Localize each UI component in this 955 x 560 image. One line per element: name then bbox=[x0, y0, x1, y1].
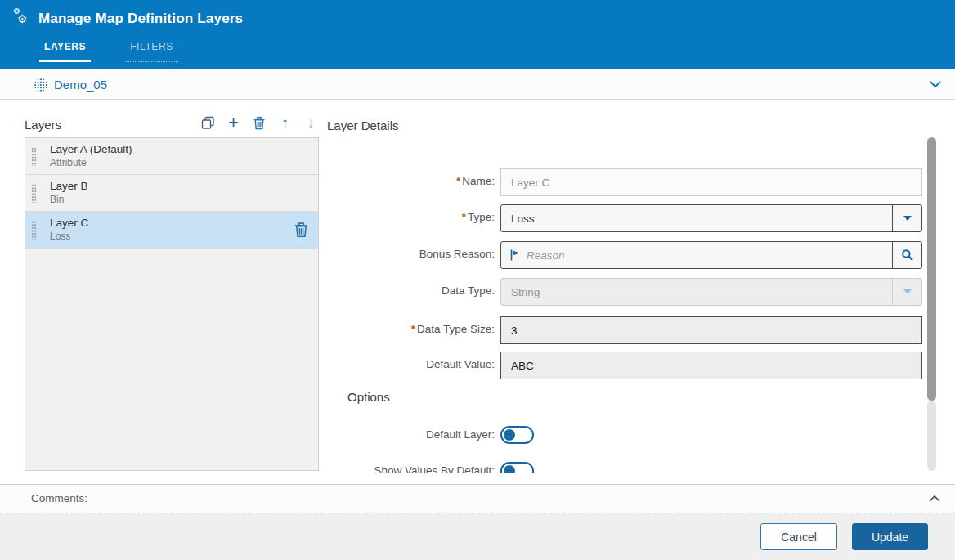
layers-toolbar: + ↑ ↓ bbox=[198, 113, 321, 132]
layer-name: Layer C bbox=[50, 217, 310, 229]
layers-panel-title: Layers bbox=[25, 118, 61, 132]
move-layer-up-button[interactable]: ↑ bbox=[276, 113, 295, 132]
search-icon bbox=[901, 249, 914, 262]
layer-details-form: *Name: *Type: Loss Bonus Reason: bbox=[324, 100, 926, 473]
cancel-button[interactable]: Cancel bbox=[760, 523, 837, 550]
trash-icon bbox=[253, 116, 266, 130]
options-title: Options bbox=[347, 390, 390, 404]
data-type-value: String bbox=[501, 279, 892, 305]
required-asterisk: * bbox=[411, 323, 415, 335]
copy-layer-button[interactable] bbox=[198, 113, 217, 132]
chevron-up-icon[interactable] bbox=[927, 493, 942, 504]
type-label: *Type: bbox=[324, 211, 495, 223]
data-type-label: Data Type: bbox=[324, 284, 495, 297]
required-asterisk: * bbox=[462, 211, 466, 223]
bonus-reason-label: Bonus Reason: bbox=[324, 248, 495, 260]
tab-layers[interactable]: LAYERS bbox=[39, 38, 91, 62]
drag-handle-icon[interactable] bbox=[31, 147, 37, 166]
toggle-knob bbox=[504, 465, 515, 473]
tab-bar: LAYERS FILTERS bbox=[39, 38, 178, 62]
dialog-footer: Cancel Update bbox=[0, 513, 955, 560]
name-field[interactable] bbox=[500, 168, 922, 196]
comments-section[interactable]: Comments: bbox=[0, 484, 955, 513]
chevron-down-icon bbox=[903, 289, 912, 294]
data-type-size-label: *Data Type Size: bbox=[324, 323, 495, 335]
bonus-reason-search-button[interactable] bbox=[892, 242, 921, 268]
layer-type: Loss bbox=[50, 231, 310, 242]
gears-icon: ⚙⚙ bbox=[13, 10, 31, 28]
toggle-knob bbox=[504, 429, 515, 441]
required-asterisk: * bbox=[456, 175, 460, 187]
move-layer-down-button[interactable]: ↓ bbox=[301, 113, 321, 132]
show-values-by-default-label: Show Values By Default: bbox=[324, 464, 495, 473]
manage-map-definition-layers-dialog: ⚙⚙ Manage Map Definition Layers LAYERS F… bbox=[0, 0, 955, 560]
comments-label: Comments: bbox=[31, 492, 87, 504]
flag-icon bbox=[501, 242, 522, 268]
scrollbar-thumb[interactable] bbox=[927, 137, 936, 401]
drag-handle-icon[interactable] bbox=[31, 221, 37, 240]
layer-type: Attribute bbox=[50, 157, 310, 168]
details-scrollbar bbox=[926, 137, 937, 471]
type-dropdown-button[interactable] bbox=[892, 205, 921, 231]
data-type-size-field[interactable] bbox=[500, 316, 922, 344]
default-value-field[interactable] bbox=[500, 352, 922, 379]
type-value: Loss bbox=[501, 205, 892, 231]
bonus-reason-input[interactable] bbox=[522, 242, 892, 268]
map-definition-bar[interactable]: Demo_05 bbox=[0, 69, 955, 100]
type-dropdown[interactable]: Loss bbox=[500, 204, 922, 232]
drag-handle-icon[interactable] bbox=[31, 184, 37, 203]
dialog-title: Manage Map Definition Layers bbox=[38, 11, 243, 27]
default-layer-toggle[interactable] bbox=[500, 426, 534, 444]
add-layer-button[interactable]: + bbox=[224, 113, 244, 132]
delete-selected-layer-button[interactable] bbox=[294, 222, 310, 238]
default-value-label: Default Value: bbox=[324, 358, 495, 370]
copy-icon bbox=[201, 116, 215, 130]
tab-filters[interactable]: FILTERS bbox=[125, 38, 178, 62]
data-type-dropdown-button bbox=[892, 279, 921, 305]
scrollbar-track[interactable] bbox=[927, 401, 936, 471]
layer-list-item-c-selected[interactable]: Layer C Loss bbox=[25, 212, 318, 249]
arrow-down-icon: ↓ bbox=[307, 114, 315, 132]
chevron-down-icon[interactable] bbox=[927, 78, 944, 91]
dotted-globe-icon bbox=[34, 78, 47, 92]
default-layer-label: Default Layer: bbox=[324, 428, 495, 441]
layer-list-item-a[interactable]: Layer A (Default) Attribute bbox=[25, 138, 318, 175]
layer-name: Layer B bbox=[50, 180, 310, 192]
layer-list: Layer A (Default) Attribute Layer B Bin … bbox=[25, 137, 319, 471]
arrow-up-icon: ↑ bbox=[281, 114, 289, 132]
layer-type: Bin bbox=[50, 194, 310, 205]
name-label: *Name: bbox=[324, 175, 495, 187]
map-definition-name: Demo_05 bbox=[54, 78, 107, 92]
layer-name: Layer A (Default) bbox=[50, 143, 310, 155]
show-values-by-default-toggle[interactable] bbox=[500, 462, 534, 473]
delete-layer-button[interactable] bbox=[249, 113, 269, 132]
data-type-dropdown: String bbox=[500, 278, 922, 306]
bonus-reason-lookup[interactable] bbox=[500, 241, 922, 269]
chevron-down-icon bbox=[903, 216, 912, 221]
dialog-header: ⚙⚙ Manage Map Definition Layers LAYERS F… bbox=[0, 0, 955, 69]
update-button[interactable]: Update bbox=[852, 523, 928, 550]
plus-icon: + bbox=[228, 114, 239, 131]
layer-list-item-b[interactable]: Layer B Bin bbox=[25, 175, 318, 212]
